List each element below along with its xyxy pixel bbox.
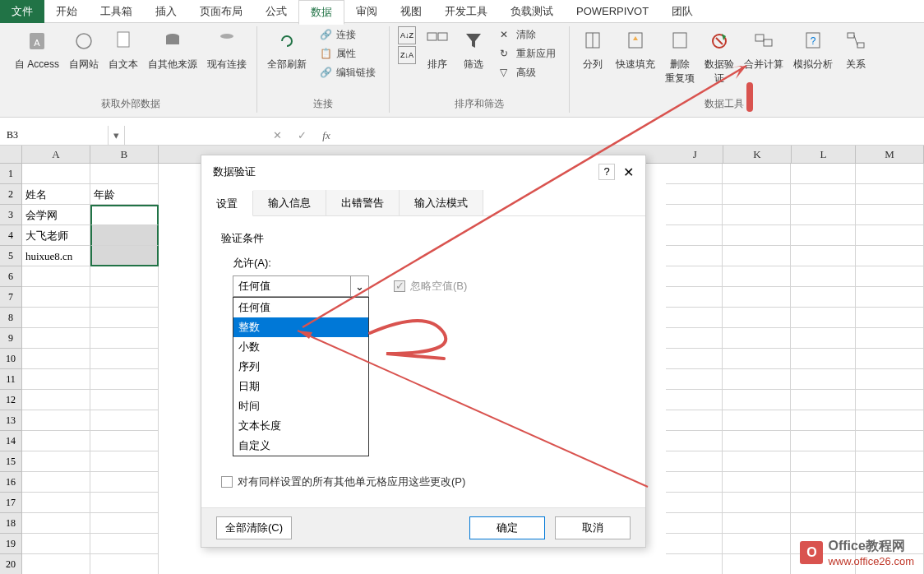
cell[interactable]	[90, 205, 159, 225]
cell[interactable]	[791, 246, 856, 266]
tab-toolbox[interactable]: 工具箱	[89, 0, 144, 23]
cell[interactable]	[22, 390, 90, 410]
close-button[interactable]: ✕	[623, 164, 634, 180]
cell[interactable]	[791, 431, 856, 451]
col-header-a[interactable]: A	[22, 146, 90, 163]
relations-button[interactable]: 关系	[838, 26, 874, 73]
cell[interactable]	[723, 390, 791, 410]
dropdown-item-integer[interactable]: 整数	[233, 317, 368, 337]
cell[interactable]	[856, 349, 924, 369]
dropdown-item-date[interactable]: 日期	[233, 377, 368, 396]
cell[interactable]	[723, 246, 791, 266]
cell[interactable]	[666, 308, 723, 328]
row-header[interactable]: 12	[0, 390, 22, 410]
row-header[interactable]: 18	[0, 513, 22, 534]
cell[interactable]	[666, 205, 723, 225]
row-header[interactable]: 1	[0, 164, 22, 184]
row-header[interactable]: 15	[0, 451, 22, 472]
from-other-button[interactable]: 自其他来源	[143, 26, 202, 73]
cell[interactable]	[856, 493, 924, 513]
cell[interactable]	[723, 431, 791, 451]
cell[interactable]	[90, 246, 159, 266]
row-header[interactable]: 9	[0, 328, 22, 349]
cell[interactable]	[666, 390, 723, 410]
clear-all-button[interactable]: 全部清除(C)	[216, 516, 292, 539]
cell[interactable]	[723, 534, 791, 554]
cell[interactable]	[666, 225, 723, 246]
cell[interactable]	[666, 493, 723, 513]
sort-za-button[interactable]: Z↓A	[398, 46, 416, 64]
cell[interactable]	[90, 410, 159, 431]
tab-team[interactable]: 团队	[660, 0, 705, 23]
cell[interactable]	[791, 308, 856, 328]
tab-developer[interactable]: 开发工具	[433, 0, 499, 23]
cell[interactable]	[90, 451, 159, 472]
from-web-button[interactable]: 自网站	[64, 26, 104, 73]
dialog-titlebar[interactable]: 数据验证 ? ✕	[201, 155, 645, 188]
cell[interactable]	[90, 390, 159, 410]
cell[interactable]	[723, 266, 791, 287]
cell[interactable]	[856, 390, 924, 410]
cell[interactable]: huixue8.cn	[22, 246, 90, 266]
cell[interactable]	[666, 246, 723, 266]
whatif-button[interactable]: ?模拟分析	[788, 26, 838, 73]
cell[interactable]	[791, 369, 856, 390]
ok-button[interactable]: 确定	[469, 516, 545, 539]
cell[interactable]	[22, 164, 90, 184]
row-header[interactable]: 6	[0, 266, 22, 287]
cell[interactable]	[22, 410, 90, 431]
refresh-all-button[interactable]: 全部刷新	[262, 26, 312, 73]
tab-loadtest[interactable]: 负载测试	[499, 0, 565, 23]
cell[interactable]	[723, 205, 791, 225]
cell[interactable]	[90, 349, 159, 369]
cell[interactable]	[22, 308, 90, 328]
accept-edit-button[interactable]: ✓	[289, 129, 314, 141]
properties-button[interactable]: 📋属性	[315, 45, 381, 62]
sort-az-button[interactable]: A↓Z	[398, 26, 416, 44]
row-header[interactable]: 13	[0, 410, 22, 431]
cell[interactable]	[856, 266, 924, 287]
cell[interactable]	[90, 534, 159, 554]
cell[interactable]	[22, 287, 90, 308]
allow-combobox[interactable]: 任何值 ⌄	[233, 275, 369, 297]
clear-filter-button[interactable]: ✕清除	[495, 26, 561, 44]
cell[interactable]	[90, 554, 159, 574]
row-header[interactable]: 3	[0, 205, 22, 225]
row-header[interactable]: 17	[0, 493, 22, 513]
tab-home[interactable]: 开始	[44, 0, 89, 23]
cell[interactable]	[90, 266, 159, 287]
cell[interactable]	[856, 369, 924, 390]
tab-settings[interactable]: 设置	[201, 191, 253, 216]
help-button[interactable]: ?	[598, 164, 615, 180]
cell[interactable]	[90, 472, 159, 493]
cell[interactable]: 姓名	[22, 184, 90, 205]
cell[interactable]: 会学网	[22, 205, 90, 225]
cell[interactable]	[723, 308, 791, 328]
cell[interactable]	[856, 246, 924, 266]
cell[interactable]	[856, 184, 924, 205]
cell[interactable]	[723, 472, 791, 493]
cell[interactable]	[90, 369, 159, 390]
cell[interactable]	[666, 431, 723, 451]
cell[interactable]	[22, 431, 90, 451]
cell[interactable]	[666, 328, 723, 349]
cell[interactable]	[90, 164, 159, 184]
row-header[interactable]: 11	[0, 369, 22, 390]
cell[interactable]	[791, 349, 856, 369]
dropdown-item-textlen[interactable]: 文本长度	[233, 416, 368, 436]
cell[interactable]	[22, 369, 90, 390]
cell[interactable]	[666, 266, 723, 287]
from-text-button[interactable]: 自文本	[104, 26, 143, 73]
cell[interactable]	[723, 328, 791, 349]
cell[interactable]	[723, 513, 791, 534]
col-header-m[interactable]: M	[856, 146, 924, 163]
cell[interactable]	[856, 410, 924, 431]
cell[interactable]	[666, 513, 723, 534]
name-box[interactable]: B3	[0, 126, 109, 145]
data-validation-button[interactable]: 数据验证	[700, 26, 739, 87]
edit-links-button[interactable]: 🔗编辑链接	[315, 64, 381, 81]
cell[interactable]	[856, 451, 924, 472]
cell[interactable]	[723, 164, 791, 184]
col-header-j[interactable]: J	[667, 146, 723, 163]
cell[interactable]: 年龄	[90, 184, 159, 205]
